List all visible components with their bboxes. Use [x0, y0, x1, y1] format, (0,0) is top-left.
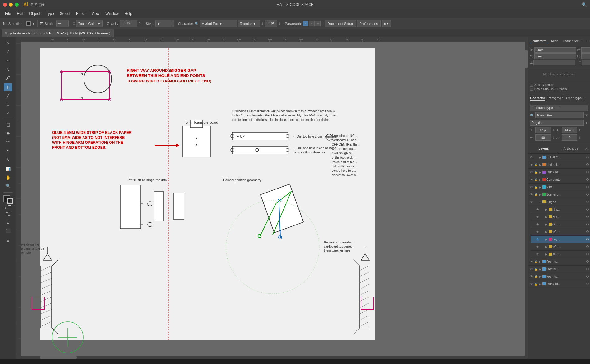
- layer-target[interactable]: [586, 230, 589, 234]
- scale-corners-cb[interactable]: [530, 84, 533, 87]
- layer-target[interactable]: [586, 223, 589, 226]
- layer-bonnet[interactable]: 👁 🔒 ▶ Bonnet c...: [528, 191, 590, 198]
- layer-expand-icon[interactable]: ▶: [544, 245, 548, 248]
- layer-vis-icon[interactable]: 👁: [529, 260, 534, 263]
- layer-target[interactable]: [586, 253, 589, 256]
- layer-expand-icon[interactable]: ▶: [538, 156, 542, 159]
- selection-tool[interactable]: ↖: [4, 39, 12, 47]
- layer-target[interactable]: [586, 260, 589, 263]
- artboard-icon[interactable]: ⊟: [4, 236, 12, 244]
- angle-input[interactable]: [533, 60, 575, 65]
- layer-lock-icon[interactable]: 🔒: [534, 260, 538, 263]
- share-icon[interactable]: ✈: [42, 2, 45, 7]
- rotate-tool[interactable]: ↻: [4, 147, 12, 155]
- draw-behind[interactable]: ⬛: [4, 226, 12, 234]
- stock-icon[interactable]: St: [35, 2, 39, 7]
- panel-menu-icon[interactable]: ☰: [579, 39, 585, 44]
- font-size-input[interactable]: 12 pt: [265, 20, 277, 27]
- layer-vis-icon[interactable]: 👁: [535, 230, 540, 234]
- y-input[interactable]: [534, 53, 576, 59]
- font-field[interactable]: Myriad Pro: [535, 112, 584, 118]
- layer-expand-icon[interactable]: ▶: [538, 260, 542, 263]
- style-dropdown[interactable]: ▼: [155, 20, 174, 27]
- layer-hin1[interactable]: 👁 ▶ Hin...: [531, 206, 590, 213]
- align-left-btn[interactable]: ≡: [303, 21, 308, 26]
- horizontal-scrollbar[interactable]: [21, 356, 525, 359]
- layer-vis-icon[interactable]: 👁: [529, 200, 534, 204]
- panel-close-icon[interactable]: ✕: [586, 39, 590, 44]
- draw-inside[interactable]: ⊡: [4, 218, 12, 226]
- layer-target[interactable]: [586, 282, 589, 286]
- layer-expand-icon[interactable]: ▶: [538, 193, 542, 196]
- layer-front-tr3[interactable]: 👁 🔒 ▶ Front tr...: [528, 273, 590, 280]
- layer-vis-icon[interactable]: 👁: [535, 223, 540, 226]
- layer-lay-selected[interactable]: 👁 ▶ Lay...: [531, 236, 590, 243]
- layer-expand-icon[interactable]: ▼: [538, 201, 542, 204]
- layer-vis-icon[interactable]: 👁: [535, 208, 540, 211]
- menu-type[interactable]: Type: [43, 11, 57, 17]
- menu-file[interactable]: File: [2, 11, 13, 17]
- layer-target[interactable]: [586, 156, 589, 159]
- layer-gu1[interactable]: 👁 ▶ <Gu...: [531, 243, 590, 251]
- layer-expand-icon[interactable]: ▶: [544, 208, 548, 211]
- tab-pathfinder[interactable]: Pathfinder: [562, 38, 579, 44]
- font-dropdown-arrow[interactable]: ▼: [585, 113, 588, 117]
- layer-lock-icon[interactable]: 🔒: [534, 186, 538, 189]
- font-dropdown[interactable]: Myriad Pro ▼: [200, 20, 237, 27]
- menu-help[interactable]: Help: [122, 11, 135, 17]
- main-tab[interactable]: ✕ gallardo-model-front-trunk-lid-v09.ai*…: [2, 29, 114, 37]
- layer-vis-icon[interactable]: 👁: [529, 178, 534, 181]
- maximize-button[interactable]: [15, 3, 19, 7]
- layer-vis-icon[interactable]: 👁: [529, 156, 534, 159]
- char-tab-opentype[interactable]: OpenType: [566, 96, 582, 101]
- search-icon[interactable]: 🔍: [582, 2, 587, 7]
- layer-expand-icon[interactable]: ▶: [538, 178, 542, 181]
- layer-vis-icon[interactable]: 👁: [529, 171, 534, 174]
- font-style-dropdown[interactable]: Regular ▼: [238, 20, 260, 27]
- layer-target[interactable]: [586, 238, 589, 241]
- doc-setup-button[interactable]: Document Setup: [325, 20, 356, 27]
- menu-window[interactable]: Window: [103, 11, 121, 17]
- rect-tool[interactable]: □: [4, 100, 12, 108]
- layer-expand-icon[interactable]: ▶: [544, 230, 548, 234]
- artboards-tab[interactable]: Artboards: [557, 145, 585, 152]
- layer-vis-icon[interactable]: 👁: [535, 215, 540, 219]
- layer-expand-icon[interactable]: ▶: [544, 238, 548, 241]
- graph-tool[interactable]: 📊: [4, 165, 12, 173]
- preferences-button[interactable]: Preferences: [357, 20, 381, 27]
- align-right-btn[interactable]: ≡: [315, 21, 321, 26]
- layer-hinges[interactable]: 👁 ▼ Hinges: [528, 198, 590, 206]
- close-button[interactable]: [3, 3, 7, 7]
- layer-vis-icon[interactable]: 👁: [535, 245, 540, 248]
- scale-strokes-cb[interactable]: [530, 88, 533, 91]
- horizontal-scrollbar-thumb[interactable]: [40, 356, 77, 359]
- tab-transform[interactable]: Transform: [530, 38, 547, 44]
- char-tab-character[interactable]: Character: [530, 96, 545, 101]
- layer-undersi[interactable]: 👁 🔒 ▶ Undersi...: [528, 161, 590, 169]
- layer-vis-icon[interactable]: 👁: [535, 253, 540, 256]
- menu-edit[interactable]: Edit: [14, 11, 26, 17]
- char-panel-menu-icon[interactable]: ☰: [582, 97, 587, 102]
- char-tab-paragraph[interactable]: Paragraph: [547, 96, 563, 101]
- layer-target[interactable]: [586, 163, 589, 166]
- arrange-icon[interactable]: ⊞: [39, 2, 42, 7]
- w-input[interactable]: [581, 47, 590, 53]
- layer-target[interactable]: [586, 171, 589, 174]
- opacity-input[interactable]: 100%: [120, 20, 137, 27]
- shear-input[interactable]: [582, 60, 590, 65]
- extra-dropdown[interactable]: ⊞▼: [382, 20, 391, 27]
- menu-effect[interactable]: Effect: [74, 11, 88, 17]
- layer-gr2[interactable]: 👁 ▶ <Gr...: [531, 228, 590, 236]
- vertical-scrollbar-thumb[interactable]: [525, 50, 528, 68]
- layer-vis-icon[interactable]: 👁: [529, 163, 534, 166]
- tab-align[interactable]: Align: [550, 38, 559, 44]
- layer-lock-icon[interactable]: 🔒: [534, 275, 538, 278]
- layer-vis-icon[interactable]: 👁: [535, 238, 540, 241]
- direct-selection-tool[interactable]: ⤢: [4, 47, 12, 55]
- layer-expand-icon[interactable]: ▶: [538, 163, 542, 166]
- layer-trunk-hi[interactable]: 👁 🔒 ▶ Trunk Hi...: [528, 280, 590, 288]
- eyedropper-tool[interactable]: ✏: [4, 137, 12, 145]
- layer-expand-icon[interactable]: ▶: [538, 267, 542, 271]
- layer-lock-icon[interactable]: 🔒: [534, 178, 538, 181]
- layer-vis-icon[interactable]: 👁: [529, 185, 534, 189]
